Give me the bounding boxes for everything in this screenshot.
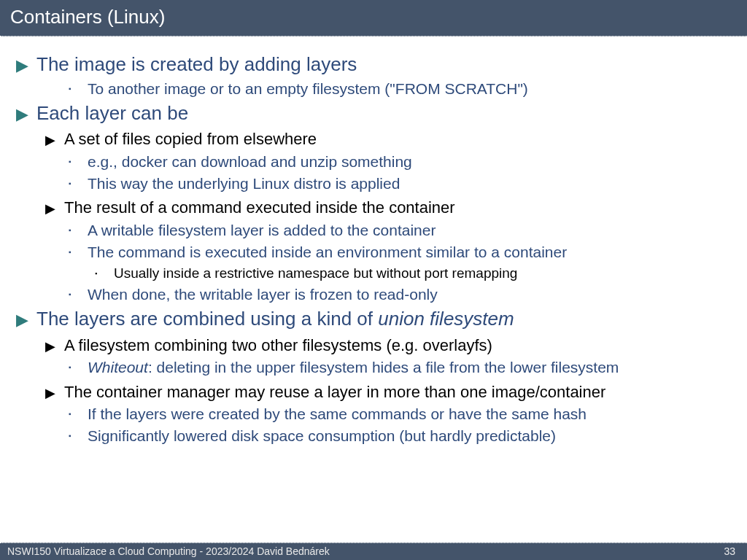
bullet-line: ▪Significantly lowered disk space consum… [69,427,740,446]
bullet-text: The image is created by adding layers [36,52,740,77]
bullet-line: ▶Each layer can be [16,101,740,125]
bullet-icon: ▶ [45,335,64,355]
slide-title: Containers (Linux) [0,0,747,36]
bullet-icon: ▶ [16,52,36,76]
bullet-text: Whiteout: deleting in the upper filesyst… [88,358,740,377]
bullet-text: e.g., docker can download and unzip some… [88,152,740,171]
slide-content: ▶The image is created by adding layers▪T… [0,36,747,446]
bullet-icon: ▶ [45,129,64,149]
footer-text: NSWI150 Virtualizace a Cloud Computing -… [7,545,330,557]
bullet-icon: ▪ [69,427,88,441]
slide-footer: NSWI150 Virtualizace a Cloud Computing -… [0,542,747,560]
bullet-icon: ▪ [69,358,88,373]
bullet-text: The command is executed inside an enviro… [88,243,740,262]
bullet-line: ▪This way the underlying Linux distro is… [69,174,740,193]
bullet-line: ▪Whiteout: deleting in the upper filesys… [69,358,740,377]
bullet-icon: ▶ [45,382,64,402]
bullet-text: The layers are combined using a kind of … [36,307,740,331]
bullet-text: A writable filesystem layer is added to … [88,221,740,240]
bullet-text: This way the underlying Linux distro is … [88,174,740,193]
bullet-icon: ▪ [69,285,88,300]
bullet-icon: ▶ [16,307,36,330]
bullet-line: ▶The container manager may reuse a layer… [45,382,740,402]
bullet-text: To another image or to an empty filesyst… [88,79,740,98]
bullet-line: ▶The layers are combined using a kind of… [16,307,740,331]
bullet-line: ▪The command is executed inside an envir… [69,243,740,262]
bullet-icon: ▪ [69,243,88,257]
bullet-line: ▶A filesystem combining two other filesy… [45,335,740,356]
bullet-line: ▶A set of files copied from elsewhere [45,129,740,149]
bullet-line: ▶The result of a command executed inside… [45,198,740,218]
bullet-text: The container manager may reuse a layer … [64,382,740,402]
bullet-text: When done, the writable layer is frozen … [88,285,740,304]
bullet-text: Usually inside a restrictive namespace b… [114,265,740,282]
bullet-icon: ▪ [69,152,88,167]
bullet-icon: ▪ [69,405,88,419]
bullet-text: Each layer can be [36,101,740,125]
bullet-icon: ▪ [69,79,88,94]
bullet-text: A filesystem combining two other filesys… [64,335,740,356]
bullet-icon: ▶ [45,198,64,217]
bullet-line: ▪If the layers were created by the same … [69,405,740,424]
bullet-line: ▪e.g., docker can download and unzip som… [69,152,740,171]
bullet-text: If the layers were created by the same c… [88,405,740,424]
bullet-icon: ▪ [95,265,114,278]
bullet-line: ▪When done, the writable layer is frozen… [69,285,740,304]
bullet-line: ▶The image is created by adding layers [16,52,740,77]
bullet-icon: ▪ [69,174,88,189]
bullet-line: ▪Usually inside a restrictive namespace … [95,265,740,282]
bullet-text: A set of files copied from elsewhere [64,129,740,149]
bullet-line: ▪A writable filesystem layer is added to… [69,221,740,240]
bullet-icon: ▶ [16,101,36,125]
bullet-line: ▪To another image or to an empty filesys… [69,79,740,98]
bullet-icon: ▪ [69,221,88,236]
page-number: 33 [719,545,740,557]
bullet-text: The result of a command executed inside … [64,198,740,218]
bullet-text: Significantly lowered disk space consump… [88,427,740,446]
